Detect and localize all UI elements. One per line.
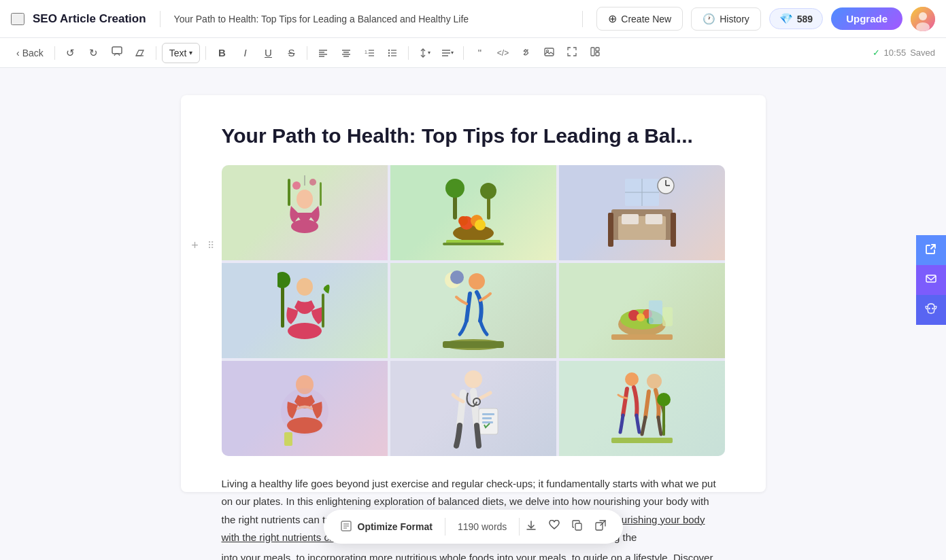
svg-point-105 <box>932 307 933 309</box>
svg-rect-78 <box>662 307 673 326</box>
strikethrough-button[interactable]: S <box>281 43 301 63</box>
svg-rect-94 <box>611 438 673 443</box>
svg-rect-92 <box>662 405 665 436</box>
credits-badge: 💎 589 <box>769 8 823 29</box>
email-button[interactable] <box>916 265 946 295</box>
redo-icon: ↻ <box>89 47 98 59</box>
svg-point-91 <box>647 374 662 389</box>
fullscreen-button[interactable] <box>562 43 582 63</box>
svg-point-66 <box>469 273 485 290</box>
image-cell-walking <box>559 361 725 456</box>
create-new-button[interactable]: ⊕ Create New <box>596 7 683 31</box>
clear-format-button[interactable] <box>130 43 150 63</box>
upgrade-button[interactable]: Upgrade <box>831 7 902 30</box>
menu-icon[interactable] <box>11 13 24 25</box>
image-cell-yoga-meditation <box>222 165 388 260</box>
right-social-buttons <box>916 235 946 325</box>
layout-icon <box>590 47 600 58</box>
blockquote-icon: " <box>478 47 482 58</box>
svg-rect-100 <box>575 523 581 530</box>
svg-rect-87 <box>482 413 494 415</box>
svg-rect-30 <box>596 48 599 51</box>
underline-button[interactable]: U <box>258 43 278 63</box>
diamond-icon: 💎 <box>779 12 793 25</box>
italic-button[interactable]: I <box>235 43 255 63</box>
ordered-list-button[interactable]: 1. <box>359 43 379 63</box>
underlined-text-2: nutritious whole foods <box>395 552 494 560</box>
link-button[interactable] <box>516 43 536 63</box>
plus-icon: ⊕ <box>608 12 617 25</box>
svg-rect-31 <box>596 52 599 56</box>
code-icon: </> <box>497 48 509 58</box>
back-chevron-icon: ‹ <box>16 48 20 58</box>
discord-button[interactable] <box>916 295 946 325</box>
favorite-button[interactable] <box>543 515 566 538</box>
align-center-button[interactable] <box>336 43 356 63</box>
toolbar-divider-4 <box>307 46 307 60</box>
undo-icon: ↺ <box>66 47 75 59</box>
share-button[interactable] <box>916 235 946 265</box>
top-nav: SEO Article Creation Your Path to Health… <box>0 0 946 38</box>
svg-rect-82 <box>284 432 292 446</box>
article-text-cont: o incorporating more <box>299 552 396 560</box>
article-image <box>222 165 725 456</box>
svg-rect-68 <box>443 341 504 348</box>
svg-point-42 <box>475 220 486 230</box>
chevron-down-icon-3: ▾ <box>451 50 454 56</box>
block-drag-handle[interactable]: ⠿ <box>205 238 216 253</box>
download-icon <box>526 520 537 534</box>
back-button[interactable]: ‹ Back <box>11 45 49 61</box>
svg-point-1 <box>919 12 927 20</box>
svg-rect-51 <box>622 214 639 224</box>
optimize-format-button[interactable]: Optimize Format <box>328 514 445 540</box>
align-center-icon <box>341 48 351 58</box>
code-button[interactable]: </> <box>492 43 513 63</box>
editor-area[interactable]: + ⠿ Your Path to Health: Top Tips for Le… <box>181 95 766 492</box>
avatar[interactable] <box>911 7 935 31</box>
svg-point-93 <box>657 393 671 406</box>
image-button[interactable] <box>539 43 559 63</box>
history-button[interactable]: 🕐 History <box>691 7 761 31</box>
svg-text:1.: 1. <box>365 50 369 54</box>
redo-button[interactable]: ↻ <box>84 43 104 63</box>
copy-button[interactable] <box>566 515 589 538</box>
article-paragraph-2: into your meals, to incorporating more n… <box>222 549 725 560</box>
svg-rect-77 <box>649 300 662 324</box>
blockquote-button[interactable]: " <box>469 43 490 63</box>
svg-point-64 <box>277 272 290 288</box>
svg-point-38 <box>453 225 494 241</box>
text-align-button[interactable]: ▾ <box>437 43 458 63</box>
svg-rect-79 <box>611 334 673 340</box>
share-icon <box>925 243 937 258</box>
editor-toolbar: ‹ Back ↺ ↻ Text ▾ B I U <box>0 38 946 68</box>
svg-point-84 <box>464 370 482 388</box>
eraser-icon <box>135 47 145 59</box>
heart-icon <box>549 520 560 534</box>
toolbar-divider-5 <box>408 46 409 60</box>
bottom-bar: Optimize Format 1190 words <box>324 510 623 544</box>
line-height-button[interactable]: ▾ <box>414 43 435 63</box>
image-cell-yoga-seated <box>222 263 388 358</box>
check-icon: ✓ <box>873 48 880 58</box>
align-left-button[interactable] <box>313 43 333 63</box>
open-external-button[interactable] <box>589 515 612 538</box>
image-cell-garden-fruits <box>390 165 556 260</box>
svg-point-44 <box>445 179 464 198</box>
main-content: + ⠿ Your Path to Health: Top Tips for Le… <box>0 68 946 560</box>
svg-point-32 <box>297 190 313 209</box>
svg-point-83 <box>281 388 328 436</box>
svg-rect-48 <box>443 243 504 245</box>
download-button[interactable] <box>520 515 543 538</box>
svg-point-75 <box>637 313 645 321</box>
layout-button[interactable] <box>585 43 605 63</box>
svg-point-90 <box>625 372 639 386</box>
word-count: 1190 words <box>445 521 519 532</box>
bold-button[interactable]: B <box>212 43 232 63</box>
svg-rect-27 <box>545 48 554 56</box>
comment-button[interactable] <box>107 43 127 63</box>
unordered-list-button[interactable] <box>382 43 403 63</box>
block-add-button[interactable]: + <box>188 238 203 253</box>
undo-button[interactable]: ↺ <box>61 43 81 63</box>
text-format-dropdown[interactable]: Text ▾ <box>162 43 201 63</box>
align-left-icon <box>318 48 328 58</box>
